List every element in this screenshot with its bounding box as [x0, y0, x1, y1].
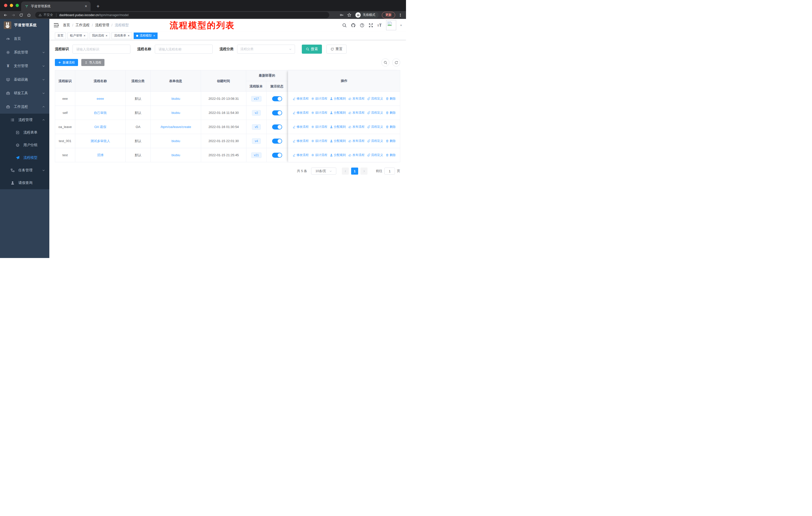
user-avatar[interactable] — [386, 20, 396, 30]
sidebar-item-process-model[interactable]: 流程模型 — [0, 152, 49, 164]
goto-page-input[interactable] — [384, 167, 395, 174]
delete-link[interactable]: 删除 — [386, 111, 396, 115]
process-name-input[interactable] — [155, 45, 213, 54]
home-icon[interactable] — [27, 13, 31, 17]
sidebar-item-home[interactable]: 首页 — [0, 32, 49, 46]
modify-process-link[interactable]: 修改流程 — [292, 153, 309, 157]
modify-process-link[interactable]: 修改流程 — [292, 97, 309, 101]
delete-link[interactable]: 删除 — [386, 97, 396, 101]
assign-rule-link[interactable]: 分配规则 — [330, 139, 346, 143]
process-name-link[interactable]: eeee — [97, 97, 104, 101]
window-zoom-button[interactable] — [16, 4, 19, 7]
tag-my-process[interactable]: 我的流程× — [90, 32, 110, 39]
incognito-badge[interactable]: 无痕模式 — [355, 12, 379, 19]
show-search-button[interactable] — [381, 58, 389, 66]
browser-update-button[interactable]: 更新 — [382, 12, 395, 19]
assign-rule-link[interactable]: 分配规则 — [330, 125, 346, 129]
design-process-link[interactable]: 设计流程 — [311, 125, 327, 129]
url-bar[interactable]: 不安全 dashboard.yudao.iocoder.cn/bpm/manag… — [35, 12, 329, 18]
modify-process-link[interactable]: 修改流程 — [292, 125, 309, 129]
process-definition-link[interactable]: 流程定义 — [367, 97, 383, 101]
modify-process-link[interactable]: 修改流程 — [292, 111, 309, 115]
delete-link[interactable]: 删除 — [386, 125, 396, 129]
process-definition-link[interactable]: 流程定义 — [367, 125, 383, 129]
sidebar-item-user-group[interactable]: 用户分组 — [0, 139, 49, 152]
font-size-icon[interactable] — [377, 23, 382, 28]
password-key-icon[interactable] — [340, 13, 344, 17]
page-size-select[interactable]: 10条/页 — [311, 167, 336, 174]
publish-process-link[interactable]: 发布流程 — [348, 139, 365, 143]
publish-process-link[interactable]: 发布流程 — [348, 111, 365, 115]
search-button[interactable]: 搜索 — [302, 45, 322, 54]
assign-rule-link[interactable]: 分配规则 — [330, 153, 346, 157]
process-key-input[interactable] — [72, 45, 130, 54]
assign-rule-link[interactable]: 分配规则 — [330, 97, 346, 101]
sidebar-item-payment[interactable]: ¥ 支付管理 — [0, 59, 49, 73]
active-toggle[interactable] — [272, 125, 282, 130]
modify-process-link[interactable]: 修改流程 — [292, 139, 309, 143]
publish-process-link[interactable]: 发布流程 — [348, 153, 365, 157]
process-definition-link[interactable]: 流程定义 — [367, 139, 383, 143]
import-process-button[interactable]: 导入流程 — [81, 59, 105, 66]
breadcrumb-workflow[interactable]: 工作流程 — [76, 23, 90, 27]
sidebar-collapse-icon[interactable] — [54, 23, 59, 27]
tag-close-icon[interactable]: × — [153, 34, 155, 37]
active-toggle[interactable] — [272, 139, 282, 144]
form-info-link[interactable]: biubiu — [171, 111, 180, 115]
new-tab-button[interactable]: + — [95, 3, 102, 9]
publish-process-link[interactable]: 发布流程 — [348, 97, 365, 101]
process-definition-link[interactable]: 流程定义 — [367, 153, 383, 157]
sidebar-item-task-management[interactable]: 任务管理 — [0, 164, 49, 176]
tag-close-icon[interactable]: × — [127, 34, 129, 37]
sidebar-item-devtools[interactable]: 研发工具 — [0, 86, 49, 100]
create-process-button[interactable]: 新建流程 — [55, 59, 78, 66]
publish-process-link[interactable]: 发布流程 — [348, 125, 365, 129]
form-info-link[interactable]: biubiu — [171, 97, 180, 101]
active-toggle[interactable] — [272, 153, 282, 158]
delete-link[interactable]: 删除 — [386, 153, 396, 157]
page-number-1[interactable]: 1 — [351, 167, 358, 174]
breadcrumb-home[interactable]: 首页 — [63, 23, 70, 27]
window-close-button[interactable] — [4, 4, 7, 7]
tag-close-icon[interactable]: × — [84, 34, 86, 37]
sidebar-item-process-management[interactable]: 流程管理 — [0, 114, 49, 126]
tag-home[interactable]: 首页 — [55, 32, 66, 39]
forward-icon[interactable] — [11, 13, 16, 17]
form-info-link[interactable]: biubiu — [171, 139, 180, 143]
sidebar-item-infrastructure[interactable]: 基础设施 — [0, 73, 49, 86]
design-process-link[interactable]: 设计流程 — [311, 153, 327, 157]
breadcrumb-process-management[interactable]: 流程管理 — [95, 23, 109, 27]
design-process-link[interactable]: 设计流程 — [311, 97, 327, 101]
tab-close-icon[interactable]: × — [85, 4, 87, 8]
fullscreen-icon[interactable] — [369, 23, 373, 28]
form-info-link[interactable]: /bpm/oa/leave/create — [161, 125, 191, 129]
window-minimize-button[interactable] — [10, 4, 13, 7]
process-definition-link[interactable]: 流程定义 — [367, 111, 383, 115]
process-name-link[interactable]: 自己审批 — [94, 111, 107, 115]
github-icon[interactable] — [351, 23, 356, 28]
browser-tab[interactable]: 芋道管理系统 × — [21, 1, 91, 11]
tag-tenant[interactable]: 租户管理× — [67, 32, 88, 39]
form-info-link[interactable]: biubiu — [171, 153, 180, 157]
search-icon[interactable] — [342, 23, 347, 28]
active-toggle[interactable] — [272, 110, 282, 115]
assign-rule-link[interactable]: 分配规则 — [330, 111, 346, 115]
delete-link[interactable]: 删除 — [386, 139, 396, 143]
tag-process-form[interactable]: 流程表单× — [112, 32, 132, 39]
back-icon[interactable] — [3, 13, 7, 17]
avatar-caret-icon[interactable]: ▾ — [400, 24, 402, 27]
active-toggle[interactable] — [272, 96, 282, 101]
help-icon[interactable] — [360, 23, 365, 28]
sidebar-item-leave-query[interactable]: 请假查询 — [0, 176, 49, 189]
tag-close-icon[interactable]: × — [106, 34, 108, 37]
design-process-link[interactable]: 设计流程 — [311, 139, 327, 143]
browser-menu-icon[interactable]: ⋮ — [399, 13, 403, 18]
process-name-link[interactable]: 滔博 — [97, 153, 104, 158]
sidebar-item-system[interactable]: 系统管理 — [0, 46, 49, 59]
sidebar-item-process-form[interactable]: 流程表单 — [0, 126, 49, 139]
reset-button[interactable]: 重置 — [326, 45, 347, 54]
design-process-link[interactable]: 设计流程 — [311, 111, 327, 115]
next-page-button[interactable] — [360, 167, 368, 174]
sidebar-item-workflow[interactable]: 工作流程 — [0, 100, 49, 114]
process-name-link[interactable]: 测试多审批人 — [91, 139, 110, 143]
